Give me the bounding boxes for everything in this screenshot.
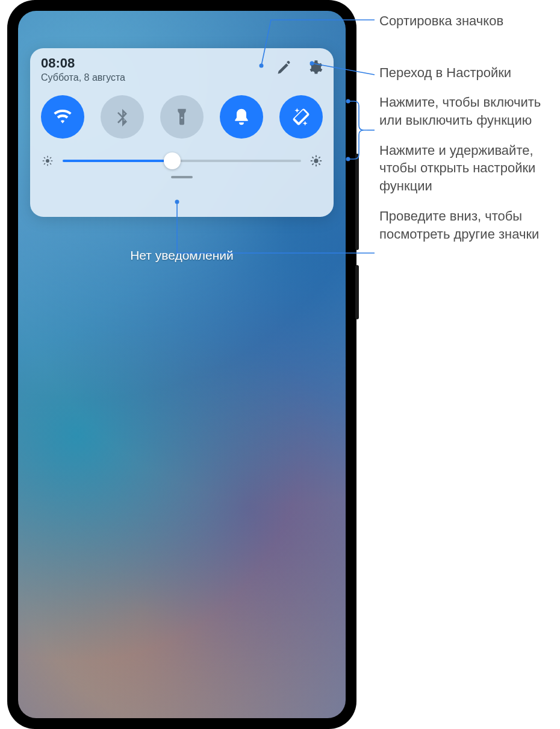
svg-line-16 bbox=[312, 163, 313, 164]
tile-wifi[interactable] bbox=[41, 95, 84, 139]
quick-settings-row bbox=[41, 95, 323, 139]
svg-line-8 bbox=[50, 157, 51, 158]
svg-line-5 bbox=[44, 157, 45, 158]
callout-toggle: Нажмите, чтобы включить или выключить фу… bbox=[379, 93, 556, 129]
callouts: Сортировка значков Переход в Настройки Н… bbox=[379, 12, 556, 255]
tile-flashlight[interactable] bbox=[160, 95, 204, 139]
tile-auto-rotate[interactable] bbox=[279, 95, 323, 139]
phone-frame: 08:08 Суббота, 8 августа bbox=[7, 0, 356, 729]
brightness-slider-thumb[interactable] bbox=[164, 152, 181, 169]
brightness-high-icon bbox=[310, 154, 323, 167]
svg-point-9 bbox=[314, 158, 318, 163]
panel-header: 08:08 Суббота, 8 августа bbox=[41, 57, 323, 83]
volume-button[interactable] bbox=[355, 154, 359, 250]
gear-icon[interactable] bbox=[306, 59, 323, 76]
callout-swipe: Проведите вниз, чтобы посмотреть другие … bbox=[379, 207, 556, 243]
brightness-slider-row bbox=[41, 154, 323, 167]
callout-sort: Сортировка значков bbox=[379, 12, 556, 30]
power-button[interactable] bbox=[355, 265, 359, 319]
brightness-low-icon bbox=[41, 154, 54, 167]
tile-bluetooth[interactable] bbox=[101, 95, 144, 139]
tile-sound[interactable] bbox=[220, 95, 263, 139]
panel-header-actions bbox=[276, 59, 323, 76]
panel-time: 08:08 bbox=[41, 57, 276, 70]
svg-line-15 bbox=[319, 163, 320, 164]
edit-icon[interactable] bbox=[276, 59, 293, 76]
svg-point-0 bbox=[46, 159, 49, 163]
panel-date: Суббота, 8 августа bbox=[41, 72, 276, 83]
svg-line-7 bbox=[44, 163, 45, 164]
brightness-slider-fill bbox=[63, 160, 172, 162]
panel-drag-handle[interactable] bbox=[171, 176, 193, 178]
phone-screen: 08:08 Суббота, 8 августа bbox=[18, 11, 346, 718]
brightness-slider[interactable] bbox=[63, 160, 301, 162]
notification-panel: 08:08 Суббота, 8 августа bbox=[30, 48, 334, 217]
no-notifications-text: Нет уведомлений bbox=[18, 248, 346, 263]
svg-line-14 bbox=[312, 157, 313, 158]
svg-line-17 bbox=[319, 157, 320, 158]
callout-longpress: Нажмите и удерживайте, чтобы открыть нас… bbox=[379, 142, 556, 195]
svg-line-6 bbox=[50, 163, 51, 164]
callout-settings: Переход в Настройки bbox=[379, 64, 556, 82]
panel-clock-block: 08:08 Суббота, 8 августа bbox=[41, 57, 276, 83]
